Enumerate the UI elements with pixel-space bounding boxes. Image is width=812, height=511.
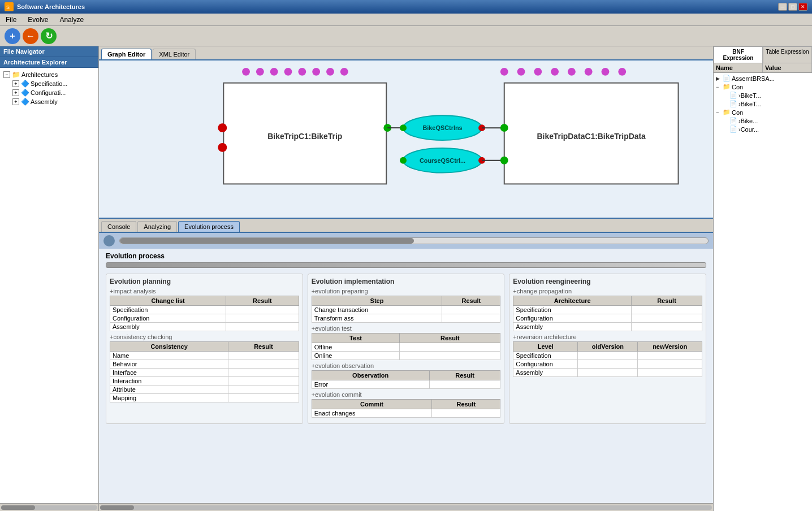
enact-changes[interactable]: Enact changes	[312, 409, 432, 418]
transform-ass[interactable]: Transform ass	[312, 314, 442, 323]
svg-point-31	[478, 124, 485, 131]
prop-spec[interactable]: Specification	[513, 306, 632, 314]
consist-name[interactable]: Name	[110, 352, 228, 360]
rev-config[interactable]: Configuration	[513, 360, 578, 369]
back-button[interactable]: ←	[23, 28, 38, 44]
tab-evolution-process[interactable]: Evolution process	[178, 221, 240, 232]
close-button[interactable]: ✕	[798, 3, 807, 11]
svg-text:BikeQSCtrlns: BikeQSCtrlns	[422, 124, 462, 131]
step-col: Step	[312, 296, 442, 306]
tree-expand-config[interactable]: +	[12, 89, 19, 96]
rt-expand-con1[interactable]: −	[716, 84, 722, 90]
tab-bnf-expression[interactable]: BNF Expression	[714, 46, 763, 63]
consist-interface[interactable]: Interface	[110, 369, 228, 377]
reversion-label: +reversion architecture	[513, 334, 702, 340]
consist-behavior[interactable]: Behavior	[110, 360, 228, 369]
tab-graph-editor[interactable]: Graph Editor	[101, 49, 152, 59]
table-row: Specification	[513, 352, 702, 360]
rt-item-con1-child2[interactable]: 📄 ›BikeT...	[722, 99, 811, 108]
evolution-title: Evolution process	[99, 249, 713, 261]
tab-console[interactable]: Console	[101, 221, 136, 232]
rev-assembly[interactable]: Assembly	[513, 369, 578, 377]
observation-col: Observation	[312, 371, 429, 380]
rt-expand-con2[interactable]: −	[716, 110, 722, 115]
change-prop-label: +change propagation	[513, 288, 702, 295]
rt-item-assemt[interactable]: ▶ 📄 AssemtBRSA...	[715, 74, 811, 83]
add-button[interactable]: +	[5, 28, 20, 44]
table-row: Configuration	[513, 314, 702, 323]
rt-item-con2-child1[interactable]: 📄 ›Bike...	[722, 116, 811, 125]
rt-icon-c2c2: 📄	[729, 125, 737, 133]
evolution-test-label: +evolution test	[312, 325, 501, 332]
consistency-label: +consistency checking	[110, 334, 299, 340]
change-transaction[interactable]: Change transaction	[312, 306, 442, 314]
tree-item-config[interactable]: + 🔷 Configurati...	[11, 88, 96, 97]
tab-xml-editor[interactable]: XML Editor	[153, 49, 196, 59]
refresh-button[interactable]: ↻	[41, 28, 57, 44]
right-value-col: Value	[763, 63, 812, 72]
app-title: Software Architectures	[17, 3, 85, 10]
impact-config-result[interactable]	[226, 314, 299, 323]
test-offline[interactable]: Offline	[312, 343, 400, 352]
tree-item-spec[interactable]: + 🔷 Specificatio...	[11, 79, 96, 88]
menu-analyze[interactable]: Analyze	[56, 15, 87, 25]
consist-mapping[interactable]: Mapping	[110, 394, 228, 402]
impact-spec[interactable]: Specification	[110, 306, 226, 314]
main-layout: File Navigator Architecture Explorer − 📁…	[0, 46, 812, 511]
svg-point-11	[517, 68, 525, 76]
graph-tab-bar: Graph Editor XML Editor	[99, 46, 713, 60]
minimize-button[interactable]: ─	[778, 3, 787, 11]
propagation-table: Architecture Result Specification Config…	[513, 296, 702, 331]
pins-right-top	[500, 68, 626, 76]
rt-item-con1[interactable]: − 📁 Con	[715, 83, 811, 91]
table-row: Error	[312, 380, 500, 389]
prop-assembly[interactable]: Assembly	[513, 323, 632, 331]
prop-config[interactable]: Configuration	[513, 314, 632, 323]
tab-table-expression[interactable]: Table Expression	[763, 46, 812, 63]
evolution-progress-bar	[119, 237, 709, 244]
rt-label-con1: Con	[732, 84, 743, 90]
tree-expand-root[interactable]: −	[3, 71, 10, 78]
menu-evolve[interactable]: Evolve	[24, 15, 51, 25]
evolution-container: Evolution process Evolution planning +im…	[99, 233, 713, 503]
menu-bar: File Evolve Analyze	[0, 14, 812, 26]
tree-expand-assembly[interactable]: +	[12, 98, 19, 105]
center-scrollbar-h[interactable]	[99, 503, 713, 511]
rt-item-con1-child1[interactable]: 📄 ›BikeT...	[722, 91, 811, 99]
tree-root[interactable]: − 📁 Architectures	[2, 70, 96, 79]
tab-analyzing[interactable]: Analyzing	[137, 221, 177, 232]
consist-attribute[interactable]: Attribute	[110, 386, 228, 394]
tree-assembly-label: Assembly	[31, 98, 58, 105]
table-row: Name	[110, 352, 299, 360]
reversion-table: Level oldVersion newVersion Specificatio…	[513, 341, 702, 377]
tree-expand-spec[interactable]: +	[12, 80, 19, 87]
impact-assembly-result[interactable]	[226, 323, 299, 331]
evolution-sections: Evolution planning +impact analysis Chan…	[99, 269, 713, 428]
graph-svg: BikeTripC1:BikeTrip BikeTripDataC1:BikeT…	[99, 60, 713, 218]
test-online[interactable]: Online	[312, 352, 400, 360]
impact-assembly[interactable]: Assembly	[110, 323, 226, 331]
commit-table: Commit Result Enact changes	[312, 399, 501, 418]
impact-config[interactable]: Configuration	[110, 314, 226, 323]
rt-expand-assemt[interactable]: ▶	[716, 76, 722, 81]
left-component-box	[223, 83, 386, 184]
menu-file[interactable]: File	[2, 15, 20, 25]
reeng-title: Evolution reengineering	[513, 278, 702, 285]
config-icon: 🔷	[21, 89, 29, 97]
svg-point-2	[242, 68, 250, 76]
impact-spec-result[interactable]	[226, 306, 299, 314]
consist-interaction[interactable]: Interaction	[110, 377, 228, 386]
rt-item-con2[interactable]: − 📁 Con	[715, 108, 811, 116]
rt-label-c1c1: ›BikeT...	[738, 92, 761, 99]
maximize-button[interactable]: □	[788, 3, 797, 11]
table-row: Mapping	[110, 394, 299, 402]
obs-error[interactable]: Error	[312, 380, 429, 389]
rt-item-con2-child2[interactable]: 📄 ›Cour...	[722, 125, 811, 133]
rev-spec[interactable]: Specification	[513, 352, 578, 360]
left-scrollbar-h[interactable]	[0, 503, 98, 511]
right-component-box	[504, 83, 679, 184]
tree-item-assembly[interactable]: + 🔷 Assembly	[11, 97, 96, 106]
level-col: Level	[513, 342, 578, 352]
graph-canvas[interactable]: BikeTripC1:BikeTrip BikeTripDataC1:BikeT…	[99, 60, 713, 218]
right-panel: BNF Expression Table Expression Name Val…	[713, 46, 812, 511]
